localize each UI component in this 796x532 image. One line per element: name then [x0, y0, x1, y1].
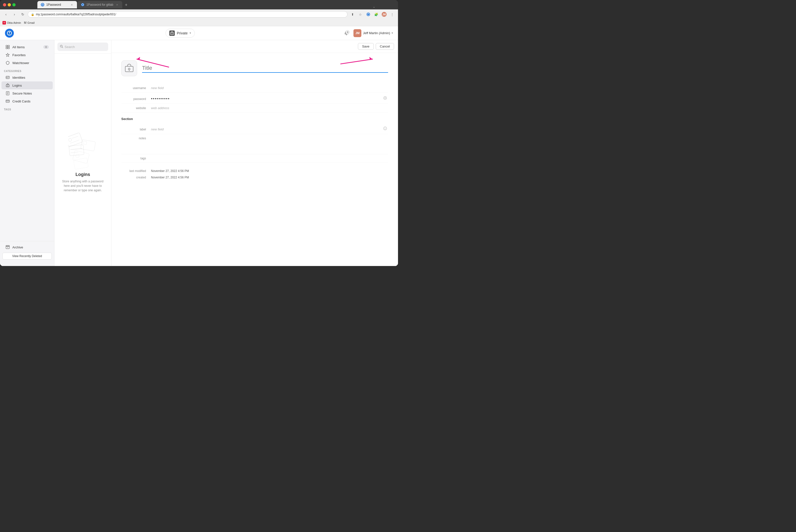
metadata-section: last modified November 27, 2022 4:56 PM …	[121, 168, 388, 180]
svg-rect-17	[8, 47, 10, 49]
svg-point-36	[68, 138, 72, 141]
middle-content: Logins Store anything with a password he…	[54, 54, 111, 266]
sidebar-item-favorites[interactable]: Favorites	[1, 51, 53, 59]
tab-1password[interactable]: 1Password ✕	[37, 1, 77, 8]
title-input[interactable]	[142, 64, 388, 73]
vault-selector[interactable]: Private ▾	[166, 29, 195, 38]
okta-label: Okta Admin	[7, 21, 21, 24]
search-bar	[54, 40, 111, 54]
archive-icon	[5, 245, 10, 249]
sidebar-bottom: Archive View Recently Deleted	[0, 241, 54, 263]
menu-button[interactable]: ⋮	[388, 11, 396, 18]
gmail-favicon: M	[24, 21, 26, 24]
minimize-button[interactable]	[8, 3, 11, 6]
sidebar-item-secure-notes[interactable]: Secure Notes	[1, 89, 53, 97]
star-icon	[5, 53, 10, 57]
tab-close-gitlab[interactable]: ✕	[115, 3, 119, 6]
tab-favicon-gitlab	[81, 3, 84, 6]
svg-rect-7	[368, 14, 368, 14]
nav-actions: ⬆ ☆ 🧩 JM ⋮	[349, 11, 396, 18]
forward-button[interactable]: ›	[11, 11, 18, 18]
item-header	[121, 60, 388, 76]
note-icon	[5, 91, 10, 96]
watchtower-icon	[5, 61, 10, 65]
tab-expand-button[interactable]: ⌄	[373, 5, 375, 8]
archive-label: Archive	[12, 245, 49, 249]
tab-title-gitlab: 1Password for gitlab	[87, 3, 113, 6]
sidebar-item-credit-cards[interactable]: Credit Cards	[1, 97, 53, 105]
credit-cards-label: Credit Cards	[12, 99, 49, 103]
view-recently-deleted-button[interactable]: View Recently Deleted	[2, 253, 52, 260]
password-generate-icon[interactable]	[382, 95, 388, 101]
password-label: password	[121, 97, 146, 101]
section-field-label: label	[121, 128, 146, 131]
website-value[interactable]: web address	[151, 106, 388, 110]
bookmarks-bar: O Okta Admin M Gmail	[0, 19, 398, 26]
main-layout: All Items 0 Favorites	[0, 40, 398, 266]
item-icon	[121, 60, 137, 76]
username-value[interactable]: new field	[151, 86, 388, 90]
svg-rect-14	[6, 45, 7, 47]
profile-button[interactable]: JM	[381, 11, 387, 18]
svg-point-45	[75, 154, 79, 158]
tab-1password-gitlab[interactable]: 1Password for gitlab ✕	[77, 1, 122, 8]
created-label: created	[121, 176, 146, 179]
sidebar-item-logins[interactable]: Logins	[1, 81, 53, 89]
tab-close-1password[interactable]: ✕	[70, 3, 74, 6]
notes-value[interactable]	[151, 137, 388, 151]
logins-illustration	[68, 128, 98, 172]
created-row: created November 27, 2022 4:56 PM	[121, 174, 388, 180]
cancel-button[interactable]: Cancel	[376, 43, 394, 50]
svg-point-23	[7, 86, 8, 87]
field-label-row: label new field	[121, 123, 388, 134]
svg-point-53	[384, 128, 385, 129]
new-tab-button[interactable]: +	[123, 1, 130, 8]
user-menu-button[interactable]: JM Jeff Martin (Admin) ▾	[354, 29, 393, 37]
bookmark-button[interactable]: ☆	[357, 11, 364, 18]
field-username: username new field	[121, 84, 388, 93]
fullscreen-button[interactable]	[12, 3, 16, 6]
bookmark-gmail[interactable]: M Gmail	[24, 21, 35, 24]
vault-name: Private	[177, 31, 188, 35]
sidebar-item-identities[interactable]: Identities	[1, 74, 53, 81]
field-emoji-icon[interactable]	[382, 126, 388, 131]
extensions-1password[interactable]	[365, 11, 372, 18]
svg-point-13	[172, 33, 172, 34]
address-bar[interactable]: 🔒 my.1password.com/vaults/6a6kai7q226f5a…	[28, 11, 347, 18]
reload-button[interactable]: ↻	[19, 11, 26, 18]
close-button[interactable]	[3, 3, 6, 6]
sidebar-spacer	[0, 112, 54, 241]
svg-rect-2	[42, 4, 43, 5]
back-button[interactable]: ‹	[2, 11, 10, 18]
sidebar-item-all-items[interactable]: All Items 0	[1, 43, 53, 51]
search-input-wrap[interactable]	[57, 42, 108, 51]
bookmark-okta[interactable]: O Okta Admin	[2, 21, 21, 24]
notification-button[interactable]: 0	[343, 29, 350, 37]
sidebar-item-watchtower[interactable]: Watchtower	[1, 59, 53, 67]
app-header: Private ▾ 0 JM Jeff Martin (Admin) ▾	[0, 26, 398, 40]
svg-rect-40	[83, 141, 87, 144]
search-icon	[60, 45, 63, 49]
section-field-value[interactable]: new field	[151, 128, 377, 131]
search-input[interactable]	[64, 45, 106, 49]
sidebar-item-archive[interactable]: Archive	[1, 243, 53, 251]
svg-line-37	[72, 136, 78, 138]
share-button[interactable]: ⬆	[349, 11, 356, 18]
traffic-lights	[3, 3, 16, 6]
app-logo[interactable]	[5, 29, 14, 38]
extensions-button[interactable]: 🧩	[373, 11, 380, 18]
user-chevron-icon: ▾	[392, 32, 393, 35]
password-value[interactable]: ••••••••••	[151, 96, 377, 101]
login-icon	[5, 83, 10, 88]
middle-panel: Logins Store anything with a password he…	[54, 40, 111, 266]
save-button[interactable]: Save	[358, 43, 374, 50]
svg-point-54	[386, 128, 386, 129]
notes-label: notes	[121, 137, 146, 140]
categories-title: CATEGORIES	[0, 67, 54, 74]
tab-favicon-1password	[41, 3, 44, 6]
middle-panel-description: Store anything with a password here and …	[59, 179, 106, 192]
sidebar: All Items 0 Favorites	[0, 40, 54, 266]
title-bar: 1Password ✕ 1Password for gitlab ✕ + ⌄	[0, 0, 398, 10]
section-header: Section	[121, 113, 388, 123]
vault-icon	[169, 31, 175, 36]
